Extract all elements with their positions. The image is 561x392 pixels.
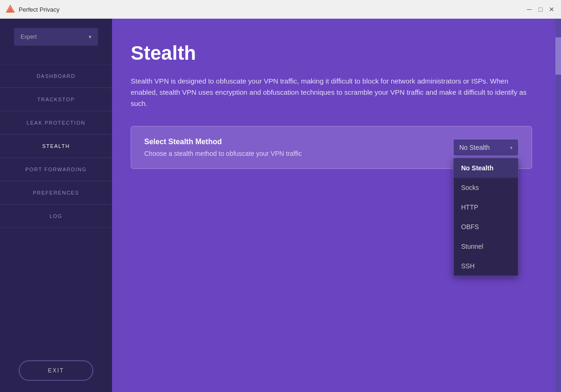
- sidebar-item-label-leak-protection: LEAK PROTECTION: [27, 120, 85, 126]
- dropdown-option-ssh[interactable]: SSH: [454, 256, 518, 276]
- stealth-method-dropdown-menu: No Stealth Socks HTTP OBFS Stunnel: [453, 158, 519, 276]
- titlebar-controls: ─ □ ✕: [526, 6, 555, 13]
- dropdown-option-http[interactable]: HTTP: [454, 197, 518, 217]
- main-layout: Expert ▾ DASHBOARD TRACKSTOP LEAK PROTEC…: [0, 19, 561, 392]
- titlebar: Perfect Privacy ─ □ ✕: [0, 0, 561, 19]
- sidebar-item-label-port-forwarding: PORT FORWARDING: [25, 167, 87, 172]
- sidebar-item-port-forwarding[interactable]: PORT FORWARDING: [0, 158, 112, 181]
- dropdown-option-label-ssh: SSH: [461, 262, 475, 270]
- dropdown-option-label-obfs: OBFS: [461, 223, 479, 231]
- dropdown-option-no-stealth[interactable]: No Stealth: [454, 158, 518, 178]
- sidebar-item-label-preferences: PREFERENCES: [33, 190, 79, 196]
- stealth-card-description: Choose a stealth method to obfuscate you…: [144, 150, 302, 157]
- close-button[interactable]: ✕: [548, 6, 555, 13]
- sidebar-item-leak-protection[interactable]: LEAK PROTECTION: [0, 111, 112, 134]
- scrollbar[interactable]: [555, 19, 561, 392]
- scrollbar-thumb[interactable]: [555, 37, 561, 75]
- sidebar: Expert ▾ DASHBOARD TRACKSTOP LEAK PROTEC…: [0, 19, 112, 392]
- dropdown-option-label-http: HTTP: [461, 203, 478, 211]
- sidebar-item-label-dashboard: DASHBOARD: [36, 73, 75, 79]
- minimize-button[interactable]: ─: [526, 6, 533, 13]
- main-content: Stealth Stealth VPN is designed to obfus…: [112, 19, 561, 392]
- dropdown-option-obfs[interactable]: OBFS: [454, 217, 518, 237]
- stealth-card-title: Select Stealth Method: [144, 138, 302, 146]
- sidebar-item-log[interactable]: LOG: [0, 204, 112, 228]
- sidebar-item-stealth[interactable]: STEALTH: [0, 134, 112, 158]
- page-title: Stealth: [131, 42, 542, 64]
- expert-dropdown-caret: ▾: [89, 34, 91, 40]
- exit-button[interactable]: EXIT: [19, 360, 93, 381]
- stealth-method-card: Select Stealth Method Choose a stealth m…: [131, 126, 532, 169]
- sidebar-item-label-stealth: STEALTH: [42, 143, 70, 149]
- sidebar-item-label-log: LOG: [49, 213, 63, 219]
- sidebar-item-preferences[interactable]: PREFERENCES: [0, 181, 112, 204]
- titlebar-left: Perfect Privacy: [6, 5, 59, 14]
- app-title: Perfect Privacy: [19, 6, 59, 13]
- dropdown-option-label-stunnel: Stunnel: [461, 243, 483, 250]
- stealth-method-dropdown[interactable]: No Stealth ▾: [453, 139, 519, 156]
- expert-dropdown-label: Expert: [21, 34, 37, 40]
- dropdown-selected-label: No Stealth: [459, 144, 490, 151]
- dropdown-option-label-socks: Socks: [461, 184, 479, 191]
- expert-dropdown[interactable]: Expert ▾: [14, 28, 98, 46]
- sidebar-item-dashboard[interactable]: DASHBOARD: [0, 64, 112, 88]
- nav-items: DASHBOARD TRACKSTOP LEAK PROTECTION STEA…: [0, 64, 112, 360]
- sidebar-item-label-trackstop: TRACKSTOP: [37, 97, 75, 102]
- dropdown-option-label-no-stealth: No Stealth: [461, 164, 493, 172]
- dropdown-caret-icon: ▾: [510, 145, 512, 150]
- page-description: Stealth VPN is designed to obfuscate you…: [131, 76, 532, 109]
- app-logo-icon: [6, 5, 15, 14]
- sidebar-item-trackstop[interactable]: TRACKSTOP: [0, 88, 112, 111]
- dropdown-option-stunnel[interactable]: Stunnel: [454, 237, 518, 256]
- stealth-card-left: Select Stealth Method Choose a stealth m…: [144, 138, 302, 157]
- maximize-button[interactable]: □: [537, 6, 544, 13]
- dropdown-option-socks[interactable]: Socks: [454, 178, 518, 197]
- stealth-method-dropdown-wrapper: No Stealth ▾ No Stealth Socks HTTP OBFS: [453, 139, 519, 156]
